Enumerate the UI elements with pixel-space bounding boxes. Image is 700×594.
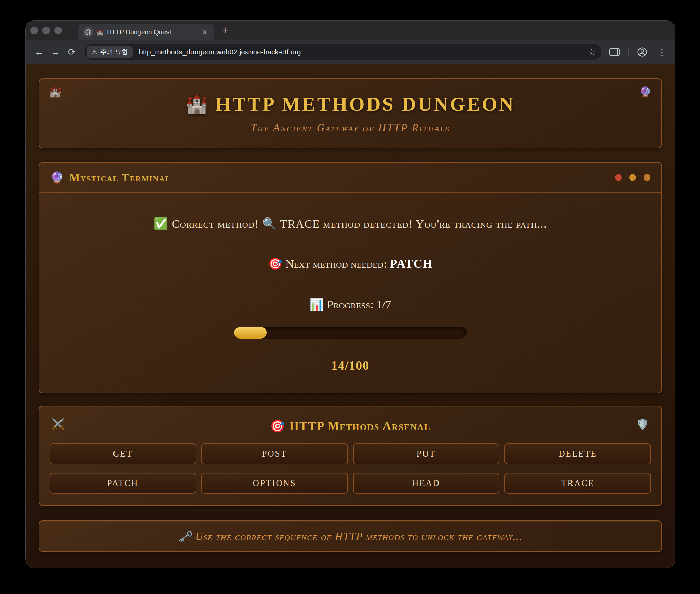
next-method-value: PATCH — [390, 257, 433, 270]
window-close-button[interactable] — [30, 27, 38, 34]
tab-castle-emoji: 🏰 — [97, 29, 104, 36]
method-button-options[interactable]: OPTIONS — [201, 473, 348, 494]
progress-bar — [234, 327, 467, 339]
progress-label: 📊 Progress: 1/7 — [309, 298, 391, 311]
mystical-terminal-panel: 🔮 Mystical Terminal ✅ Correct method! 🔍 … — [39, 162, 662, 393]
dungeon-page: 🏰 🔮 🏰 HTTP METHODS DUNGEON The Ancient G… — [26, 64, 675, 568]
new-tab-button[interactable]: + — [222, 25, 228, 36]
http-methods-arsenal-panel: ⚔️ 🎯 HTTP Methods Arsenal 🛡️ GET POST PU… — [39, 406, 662, 506]
crystal-ball-icon: 🔮 — [50, 171, 65, 184]
castle-corner-icon: 🏰 — [49, 86, 62, 98]
terminal-title-text: Mystical Terminal — [69, 171, 171, 184]
method-button-post[interactable]: POST — [201, 443, 348, 464]
method-button-put[interactable]: PUT — [353, 443, 500, 464]
security-warning-label: 주의 요함 — [100, 48, 128, 56]
method-buttons-grid: GET POST PUT DELETE PATCH OPTIONS HEAD T… — [50, 443, 651, 494]
shield-icon: 🛡️ — [636, 418, 649, 430]
hint-panel: 🗝️ Use the correct sequence of HTTP meth… — [39, 520, 662, 552]
reload-icon[interactable]: ⟳ — [65, 45, 79, 59]
method-button-patch[interactable]: PATCH — [50, 473, 196, 494]
hint-text: 🗝️ Use the correct sequence of HTTP meth… — [178, 530, 522, 543]
progress-fill — [234, 327, 267, 339]
side-panel-icon[interactable] — [609, 48, 620, 56]
terminal-dot-amber — [629, 174, 636, 181]
page-title: 🏰 HTTP METHODS DUNGEON — [186, 93, 515, 116]
crystal-ball-corner-icon: 🔮 — [639, 86, 652, 98]
next-method-prefix: 🎯 Next method needed: — [268, 258, 387, 270]
address-bar[interactable]: ⚠ 주의 요함 http_methods_dungeon.web02.jeann… — [84, 44, 601, 60]
tab-title: HTTP Dungeon Quest — [107, 28, 197, 36]
browser-tab[interactable]: 🏰 HTTP Dungeon Quest ✕ — [78, 24, 214, 40]
toolbar-divider — [628, 48, 629, 56]
window-controls — [26, 27, 69, 34]
browser-menu-icon[interactable]: ⋮ — [655, 47, 669, 58]
tab-close-icon[interactable]: ✕ — [201, 28, 209, 37]
page-subtitle: The Ancient Gateway of HTTP Rituals — [251, 122, 450, 134]
window-maximize-button[interactable] — [54, 27, 62, 34]
tab-favicon-globe-icon — [83, 27, 93, 37]
terminal-title: 🔮 Mystical Terminal — [50, 171, 171, 184]
warning-icon: ⚠ — [92, 48, 97, 56]
url-text[interactable]: http_methods_dungeon.web02.jeanne-hack-c… — [139, 48, 587, 56]
method-button-get[interactable]: GET — [50, 443, 196, 464]
screen: 🏰 HTTP Dungeon Quest ✕ + ← → ⟳ ⚠ 주의 요함 h… — [0, 0, 700, 594]
browser-toolbar: ← → ⟳ ⚠ 주의 요함 http_methods_dungeon.web02… — [26, 40, 675, 64]
window-minimize-button[interactable] — [42, 27, 50, 34]
terminal-dots — [615, 174, 650, 181]
next-method-line: 🎯 Next method needed: PATCH — [268, 256, 432, 271]
bookmark-star-icon[interactable]: ☆ — [588, 47, 596, 57]
security-warning-chip[interactable]: ⚠ 주의 요함 — [87, 46, 133, 58]
page-header-panel: 🏰 🔮 🏰 HTTP METHODS DUNGEON The Ancient G… — [39, 78, 662, 148]
forward-icon[interactable]: → — [48, 45, 63, 59]
profile-avatar-icon[interactable] — [637, 47, 648, 57]
crossed-swords-icon: ⚔️ — [52, 418, 64, 430]
tab-strip: 🏰 HTTP Dungeon Quest ✕ + — [26, 21, 675, 40]
castle-title-icon: 🏰 — [186, 94, 208, 115]
terminal-header: 🔮 Mystical Terminal — [39, 163, 661, 193]
method-button-head[interactable]: HEAD — [353, 473, 500, 494]
arsenal-title: 🎯 HTTP Methods Arsenal — [270, 419, 430, 433]
arsenal-header: ⚔️ 🎯 HTTP Methods Arsenal 🛡️ — [50, 415, 651, 437]
terminal-message: ✅ Correct method! 🔍 TRACE method detecte… — [154, 217, 547, 230]
method-button-delete[interactable]: DELETE — [504, 443, 651, 464]
terminal-body: ✅ Correct method! 🔍 TRACE method detecte… — [39, 193, 661, 393]
terminal-dot-orange — [644, 174, 650, 181]
method-button-trace[interactable]: TRACE — [504, 473, 651, 494]
browser-window: 🏰 HTTP Dungeon Quest ✕ + ← → ⟳ ⚠ 주의 요함 h… — [25, 20, 675, 568]
back-icon[interactable]: ← — [32, 45, 46, 59]
terminal-dot-red — [615, 174, 622, 181]
page-title-text: HTTP METHODS DUNGEON — [215, 93, 515, 116]
progress-score: 14/100 — [331, 358, 369, 373]
